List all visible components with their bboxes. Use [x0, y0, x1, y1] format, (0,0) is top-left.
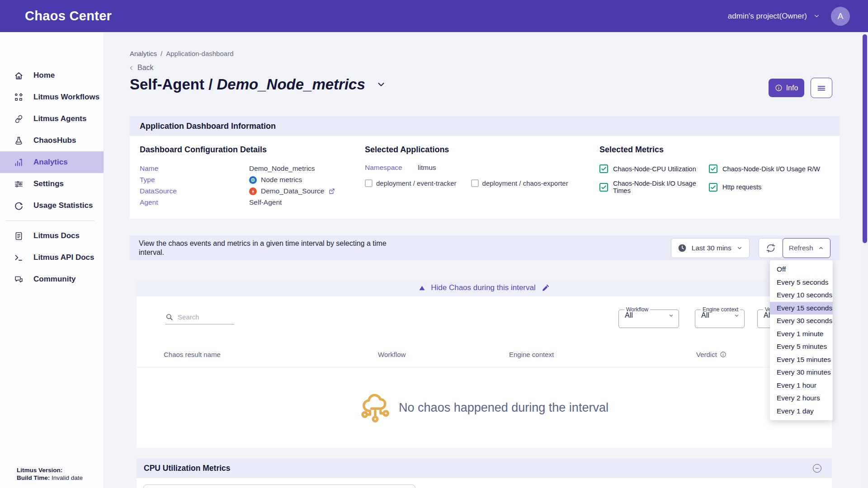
sidebar-item-settings[interactable]: Settings: [0, 173, 104, 195]
menu-item-every-30-minutes[interactable]: Every 30 minutes: [770, 366, 833, 379]
cpu-metrics-card: CPU Utilization Metrics: [137, 458, 832, 488]
scrollbar-thumb[interactable]: [863, 34, 867, 243]
breadcrumb-analytics[interactable]: Analytics: [130, 50, 157, 57]
column-verdict: Verdict: [696, 351, 726, 358]
chat-icon: [14, 275, 24, 284]
menu-item-every-5-seconds[interactable]: Every 5 seconds: [770, 276, 833, 289]
chevron-down-icon: [813, 13, 820, 19]
cloud-network-icon: [360, 390, 391, 425]
project-label: admin's project(Owner): [728, 12, 807, 21]
sidebar-item-litmus-api-docs[interactable]: Litmus API Docs: [0, 247, 104, 268]
sidebar-item-litmus-workflows[interactable]: Litmus Workflows: [0, 86, 104, 108]
namespace-row: Namespace litmus: [365, 164, 599, 172]
analytics-icon: [14, 158, 24, 167]
sidebar-item-usage-statistics[interactable]: Usage Statistics: [0, 195, 104, 216]
menu-item-every-2-hours[interactable]: Every 2 hours: [770, 392, 833, 405]
breadcrumb-application-dashboard[interactable]: Application-dashboard: [166, 50, 233, 57]
sidebar-item-home[interactable]: Home: [0, 65, 104, 86]
workflow-filter-value: All: [625, 311, 633, 319]
terminal-icon: [14, 253, 24, 263]
project-selector[interactable]: admin's project(Owner): [728, 12, 820, 21]
selected-metrics-title: Selected Metrics: [599, 145, 840, 155]
sidebar-item-litmus-docs[interactable]: Litmus Docs: [0, 225, 104, 247]
menu-item-every-5-minutes[interactable]: Every 5 minutes: [770, 340, 833, 353]
title-chevron-down-icon[interactable]: [376, 80, 386, 89]
info-button[interactable]: Info: [769, 79, 804, 97]
selected-metrics-column: Selected Metrics Chaos-Node-CPU Utilizat…: [599, 145, 840, 206]
sidebar-nav: Home Litmus Workflows Litmus Agents Chao…: [0, 65, 104, 216]
info-icon[interactable]: [720, 351, 726, 358]
cpu-metrics-header: CPU Utilization Metrics: [137, 458, 832, 478]
search-input[interactable]: [177, 313, 227, 321]
breadcrumb-separator: /: [160, 50, 162, 57]
dashboard-info-header: Application Dashboard Information: [130, 116, 840, 136]
external-link-icon[interactable]: [328, 188, 335, 195]
collapse-section-button[interactable]: [813, 464, 821, 473]
version-label: Litmus Version:: [17, 467, 62, 474]
collapse-label: Hide Chaos during this interval: [431, 283, 536, 292]
sidebar-item-label: Litmus Docs: [33, 231, 80, 240]
config-details-column: Dashboard Configuration Details Name Dem…: [140, 145, 365, 206]
sidebar-item-analytics[interactable]: Analytics: [0, 151, 104, 173]
app-title: Chaos Center: [25, 9, 112, 23]
workflows-icon: [14, 93, 24, 102]
menu-item-every-15-seconds[interactable]: Every 15 seconds: [770, 302, 833, 315]
version-info: Litmus Version: Build Time: Invalid date: [17, 466, 83, 482]
menu-item-every-1-hour[interactable]: Every 1 hour: [770, 379, 833, 392]
cpu-chart-container: [143, 484, 415, 488]
table-header-row: Chaos result name Workflow Engine contex…: [137, 348, 832, 362]
build-time-label: Build Time:: [17, 474, 50, 481]
menu-item-off[interactable]: Off: [770, 263, 833, 276]
checkbox-checked[interactable]: [599, 164, 608, 173]
chaos-collapse-bar[interactable]: Hide Chaos during this interval: [137, 279, 832, 296]
metric-label: Http requests: [722, 183, 761, 191]
sidebar-item-chaoshubs[interactable]: ChaosHubs: [0, 130, 104, 151]
dashboard-menu-button[interactable]: [811, 78, 832, 98]
checkbox-checked[interactable]: [599, 183, 608, 192]
minus-icon: [815, 466, 820, 471]
sidebar-item-label: ChaosHubs: [33, 136, 76, 145]
pencil-icon[interactable]: [542, 284, 549, 292]
refresh-now-button[interactable]: [759, 238, 783, 258]
menu-item-every-30-seconds[interactable]: Every 30 seconds: [770, 314, 833, 328]
config-label: Agent: [140, 198, 249, 206]
chevron-down-icon: [736, 245, 743, 251]
usage-icon: [14, 201, 24, 211]
checkbox-event-tracker[interactable]: [365, 179, 373, 187]
refresh-label: Refresh: [789, 244, 813, 252]
sidebar-item-label: Settings: [33, 179, 64, 188]
checkbox-chaos-exporter[interactable]: [471, 179, 479, 187]
avatar[interactable]: A: [831, 7, 850, 26]
menu-item-every-1-day[interactable]: Every 1 day: [770, 405, 833, 418]
checkbox-checked[interactable]: [709, 183, 717, 192]
cpu-metrics-title: CPU Utilization Metrics: [144, 464, 231, 473]
back-button[interactable]: Back: [128, 64, 154, 72]
config-value: Demo_Data_Source: [249, 187, 365, 195]
sidebar-item-community[interactable]: Community: [0, 268, 104, 290]
refresh-interval-button[interactable]: Refresh: [783, 238, 830, 258]
column-workflow: Workflow: [378, 351, 406, 358]
metric-label: Chaos-Node-Disk I/O Usage R/W: [722, 165, 820, 173]
search-icon: [165, 313, 173, 321]
sidebar-item-litmus-agents[interactable]: Litmus Agents: [0, 108, 104, 130]
metrics-checkboxes: Chaos-Node-CPU Utilization Chaos-Node-Di…: [599, 164, 840, 194]
namespace-label: Namespace: [365, 164, 402, 171]
chevron-down-icon: [734, 313, 740, 319]
workflow-filter[interactable]: Workflow All: [618, 307, 679, 328]
time-range-button[interactable]: Last 30 mins: [671, 238, 750, 258]
page-title-text: Self-Agent / Demo_Node_metrics: [130, 76, 365, 93]
metric-label: Chaos-Node-Disk I/O Usage Times: [613, 180, 709, 194]
flask-icon: [14, 136, 24, 145]
checkbox-checked[interactable]: [709, 164, 717, 173]
interval-controls: Last 30 mins Refresh: [671, 238, 830, 258]
refresh-icon: [766, 243, 776, 253]
menu-item-every-1-minute[interactable]: Every 1 minute: [770, 328, 833, 341]
menu-item-every-15-minutes[interactable]: Every 15 minutes: [770, 353, 833, 366]
page-title: Self-Agent / Demo_Node_metrics: [130, 76, 386, 93]
column-engine-context: Engine context: [509, 351, 554, 358]
refresh-control: Refresh: [759, 238, 830, 258]
engine-context-filter[interactable]: Engine context All: [695, 307, 745, 328]
scrollbar-track[interactable]: [862, 32, 868, 488]
breadcrumb: Analytics/Application-dashboard: [130, 50, 233, 57]
menu-item-every-10-seconds[interactable]: Every 10 seconds: [770, 289, 833, 302]
